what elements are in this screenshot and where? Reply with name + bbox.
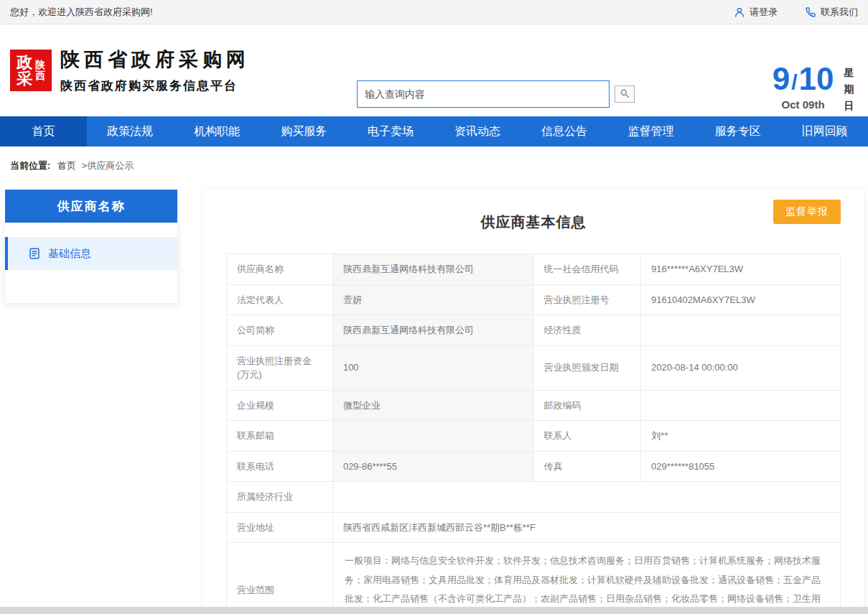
- sidebar: 供应商名称 基础信息: [5, 190, 177, 303]
- table-row: 企业规模 微型企业 邮政编码: [227, 390, 841, 421]
- table-row: 所属经济行业: [227, 482, 841, 513]
- contact-label: 联系我们: [821, 6, 858, 19]
- site-brand: 陕西省政府采购网 陕西省政府购买服务信息平台: [60, 47, 250, 94]
- field-label: 供应商名称: [227, 254, 333, 285]
- search-button[interactable]: [615, 85, 635, 103]
- table-row: 营业执照注册资金(万元) 100 营业执照颁发日期 2020-08-14 00:…: [227, 345, 841, 390]
- date-month: 10: [799, 61, 834, 96]
- nav-item-announcements[interactable]: 信息公告: [521, 116, 607, 146]
- field-label: 联系邮箱: [227, 421, 333, 452]
- top-utility-bar: 您好，欢迎进入陕西省政府采购网! 请登录 联系我们: [0, 0, 868, 24]
- table-row: 公司简称 陕西鼎新互通网络科技有限公司 经济性质: [227, 315, 841, 346]
- field-label: 所属经济行业: [227, 482, 333, 513]
- field-label: 统一社会信用代码: [533, 254, 641, 285]
- field-value: 萱妍: [332, 284, 533, 315]
- breadcrumb-label: 当前位置:: [10, 160, 50, 171]
- field-value: 029******81055: [641, 451, 841, 482]
- field-value: 91610402MA6XY7EL3W: [641, 284, 841, 315]
- field-value: 陕西鼎新互通网络科技有限公司: [332, 254, 533, 285]
- field-label: 联系电话: [227, 451, 333, 482]
- breadcrumb-current: 供应商公示: [87, 160, 134, 171]
- field-value: 029-86****55: [332, 451, 533, 482]
- login-link[interactable]: 请登录: [734, 6, 778, 19]
- field-label: 公司简称: [227, 315, 333, 346]
- field-label: 联系人: [533, 421, 641, 452]
- content-area: 供应商名称 基础信息 监督举报 供应商基本信息 供应: [0, 182, 868, 614]
- field-value: 陕西鼎新互通网络科技有限公司: [332, 315, 533, 346]
- user-icon: [734, 6, 745, 18]
- supplier-info-panel: 监督举报 供应商基本信息 供应商名称 陕西鼎新互通网络科技有限公司 统一社会信用…: [203, 190, 864, 614]
- site-header: 政采 陕西 陕西省政府采购网 陕西省政府购买服务信息平台 9/10 Oct 09…: [0, 24, 868, 116]
- date-widget: 9/10 Oct 09th 星期日: [773, 63, 857, 114]
- breadcrumb: 当前位置: 首页 >供应商公示: [0, 146, 868, 182]
- site-title: 陕西省政府采购网: [60, 47, 250, 73]
- field-label: 营业执照注册号: [533, 284, 641, 315]
- field-value: 陕西省西咸新区沣西新城西部云谷**期B**栋**F: [332, 512, 840, 543]
- footer-strip: [0, 607, 868, 614]
- report-button[interactable]: 监督举报: [773, 200, 841, 224]
- field-label: 企业规模: [227, 390, 333, 421]
- field-value: 刘**: [641, 421, 841, 452]
- table-row: 供应商名称 陕西鼎新互通网络科技有限公司 统一社会信用代码 916******A…: [227, 254, 841, 285]
- document-icon: [28, 247, 41, 260]
- logo-text-main: 政采: [17, 54, 33, 87]
- field-value: 微型企业: [332, 390, 533, 421]
- field-label: 营业执照颁发日期: [533, 345, 641, 390]
- logo-text-sub: 陕西: [35, 60, 46, 80]
- field-value: [641, 390, 841, 421]
- field-value: 100: [332, 345, 533, 390]
- field-label: 营业范围: [227, 543, 333, 614]
- table-row: 联系邮箱 联系人 刘**: [227, 421, 841, 452]
- supplier-info-table: 供应商名称 陕西鼎新互通网络科技有限公司 统一社会信用代码 916******A…: [226, 253, 841, 614]
- field-value: 2020-08-14 00:00:00: [641, 345, 841, 390]
- search-icon: [620, 88, 630, 101]
- date-slash: /: [790, 70, 798, 94]
- nav-item-functions[interactable]: 机构职能: [174, 116, 261, 146]
- table-row: 营业地址 陕西省西咸新区沣西新城西部云谷**期B**栋**F: [227, 512, 841, 543]
- table-row: 法定代表人 萱妍 营业执照注册号 91610402MA6XY7EL3W: [227, 284, 841, 315]
- sidebar-item-basic-info[interactable]: 基础信息: [5, 237, 177, 270]
- field-label: 营业地址: [227, 512, 333, 543]
- page: 您好，欢迎进入陕西省政府采购网! 请登录 联系我们 政采 陕西 陕西省政府采购网: [0, 0, 868, 614]
- login-label: 请登录: [750, 6, 778, 19]
- welcome-text: 您好，欢迎进入陕西省政府采购网!: [10, 6, 153, 19]
- main-nav: 首页 政策法规 机构职能 购买服务 电子卖场 资讯动态 信息公告 监督管理 服务…: [0, 116, 868, 146]
- page-title: 供应商基本信息: [226, 213, 841, 232]
- sidebar-item-label: 基础信息: [48, 247, 91, 261]
- search-input[interactable]: [357, 80, 610, 108]
- field-label: 法定代表人: [227, 284, 333, 315]
- nav-item-e-marketplace[interactable]: 电子卖场: [347, 116, 434, 146]
- date-main: 9/10 Oct 09th: [773, 63, 834, 114]
- table-row: 联系电话 029-86****55 传真 029******81055: [227, 451, 841, 482]
- field-value: 916******A6XY7EL3W: [641, 254, 841, 285]
- topbar-actions: 请登录 联系我们: [734, 6, 858, 19]
- sidebar-header: 供应商名称: [5, 190, 177, 223]
- weekday-vertical: 星期日: [844, 63, 857, 114]
- field-label: 经济性质: [533, 315, 641, 346]
- date-english: Oct 09th: [773, 98, 834, 111]
- table-row: 营业范围 一般项目：网络与信息安全软件开发；软件开发；信息技术咨询服务；日用百货…: [227, 543, 841, 614]
- site-logo[interactable]: 政采 陕西: [10, 50, 52, 91]
- date-numbers: 9/10: [773, 63, 834, 95]
- nav-item-purchase-services[interactable]: 购买服务: [261, 116, 347, 146]
- nav-item-service-zone[interactable]: 服务专区: [694, 116, 781, 146]
- field-label: 邮政编码: [533, 390, 641, 421]
- site-subtitle: 陕西省政府购买服务信息平台: [60, 78, 250, 94]
- nav-item-old-site[interactable]: 旧网回顾: [781, 116, 868, 146]
- nav-item-policies[interactable]: 政策法规: [87, 116, 174, 146]
- nav-item-news[interactable]: 资讯动态: [434, 116, 521, 146]
- date-day: 9: [773, 61, 790, 96]
- breadcrumb-home-link[interactable]: 首页: [57, 160, 76, 171]
- contact-link[interactable]: 联系我们: [805, 6, 858, 19]
- sidebar-body: 基础信息: [5, 223, 177, 303]
- field-label: 营业执照注册资金(万元): [227, 345, 333, 390]
- nav-item-supervision[interactable]: 监督管理: [607, 116, 694, 146]
- nav-item-home[interactable]: 首页: [0, 116, 87, 146]
- phone-icon: [805, 6, 816, 18]
- field-label: 传真: [533, 451, 641, 482]
- business-scope-value: 一般项目：网络与信息安全软件开发；软件开发；信息技术咨询服务；日用百货销售；计算…: [332, 543, 840, 614]
- field-value: [332, 482, 840, 513]
- field-value: [332, 421, 533, 452]
- field-value: [641, 315, 841, 346]
- search-bar: [357, 80, 635, 108]
